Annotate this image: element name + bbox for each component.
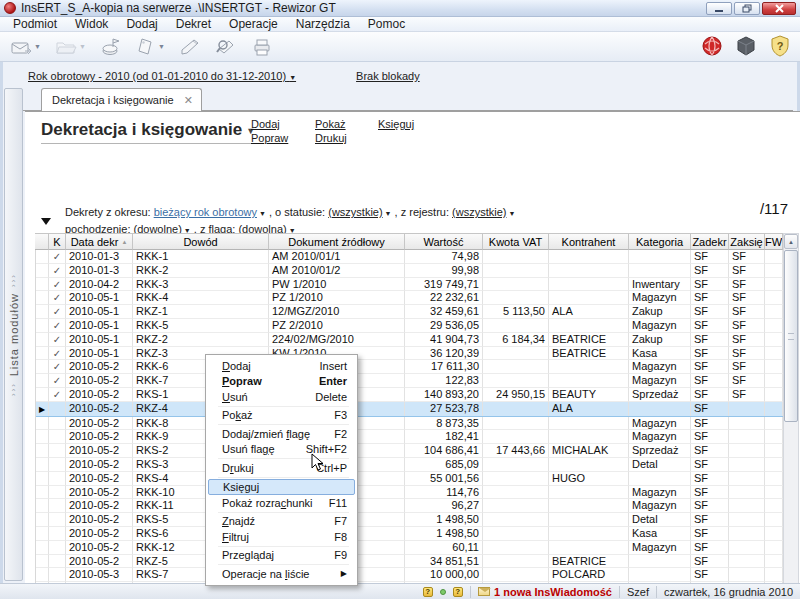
minimize-button[interactable] (706, 2, 732, 15)
filter-dropdown[interactable]: (wszystkie) (328, 206, 382, 218)
table-row[interactable]: ✓2010-05-1RKZ-3KW 1/201036 120,39BEATRIC… (36, 347, 783, 361)
column-header-FW[interactable]: FW (765, 234, 783, 250)
table-row[interactable]: ✓2010-04-2RKK-3PW 1/2010319 749,71Inwent… (36, 278, 783, 292)
tab-close-icon[interactable]: ✕ (184, 94, 193, 107)
context-menu-item-znajdź[interactable]: ZnajdźF7 (208, 514, 355, 530)
table-row[interactable]: 2010-05-2RKS-61 498,50KasaSF (36, 527, 783, 541)
chevron-down-icon[interactable]: ▼ (79, 43, 86, 50)
table-row[interactable]: ✓2010-05-2RKS-1FS 1/2010140 893,2024 950… (36, 388, 783, 402)
decree-coins-button[interactable] (96, 34, 126, 60)
messages-section[interactable]: 1 nowa InsWiadomość (470, 586, 619, 598)
table-row[interactable]: ✓2010-05-2RKK-6WZ 1/201017 611,30Magazyn… (36, 360, 783, 374)
new-message-link[interactable]: 1 nowa InsWiadomość (494, 586, 612, 598)
filter-collapse-button[interactable] (41, 218, 51, 225)
context-menu-item-dodaj-zmień-flagę[interactable]: Dodaj/zmień flagęF2 (208, 426, 355, 442)
lock-status-link[interactable]: Brak blokady (356, 70, 420, 84)
cell (729, 568, 765, 582)
table-row[interactable]: 2010-05-3RKS-710 000,00POLCARDSF (36, 568, 783, 582)
open-folder-button[interactable]: ▼ (51, 34, 90, 60)
help-icon[interactable]: ? (422, 586, 433, 597)
column-header-K[interactable]: K (49, 234, 66, 250)
context-menu-item-dodaj[interactable]: DodajInsert (208, 358, 355, 374)
context-menu-item-filtruj[interactable]: FiltrujF8 (208, 529, 355, 545)
table-row[interactable]: 2010-05-2RKK-1196,27MagazynSF (36, 499, 783, 513)
page-title[interactable]: Dekretacja i księgowanie▼ (41, 120, 269, 144)
chevron-down-icon[interactable]: ▼ (34, 43, 41, 50)
table-row[interactable]: 2010-05-2RKS-51 498,50DetalSF (36, 513, 783, 527)
action-link-księguj[interactable]: Księguj (378, 118, 414, 130)
action-link-popraw[interactable]: Popraw (251, 132, 288, 144)
context-menu-item-operacje-na-liście[interactable]: Operacje na liście▶ (208, 566, 355, 582)
table-row[interactable]: 2010-05-2RKS-3685,09DetalSF (36, 458, 783, 472)
column-header-Wartość[interactable]: Wartość (405, 234, 483, 250)
context-menu-item-pokaż[interactable]: PokażF3 (208, 408, 355, 424)
table-row[interactable]: 2010-05-2RKK-88 873,35MagazynSF (36, 417, 783, 431)
action-link-drukuj[interactable]: Drukuj (315, 132, 347, 144)
cell (765, 402, 783, 416)
search-doc-button[interactable] (211, 34, 241, 60)
context-menu-item-drukuj[interactable]: DrukujCtrl+P (208, 460, 355, 476)
sidebar-modules-collapsed[interactable]: ››› Lista modułów ››› (4, 88, 23, 581)
table-row[interactable]: ✓2010-01-3RKK-2AM 2010/01/299,98SFSF (36, 264, 783, 278)
send-mail-button[interactable]: ▼ (6, 34, 45, 60)
column-header-selector[interactable] (35, 234, 49, 250)
column-header-Kategoria[interactable]: Kategoria (629, 234, 691, 250)
action-link-dodaj[interactable]: Dodaj (251, 118, 288, 130)
table-row[interactable]: ✓2010-05-1RKK-5PZ 2/201029 536,05Magazyn… (36, 319, 783, 333)
cell: Sprzedaż (629, 444, 691, 458)
menu-item-dodaj[interactable]: Dodaj (117, 17, 166, 32)
table-row[interactable]: ✓2010-05-1RKZ-112/MGZ/201032 459,615 113… (36, 305, 783, 319)
menu-item-widok[interactable]: Widok (66, 17, 117, 32)
chevron-down-icon[interactable]: ▼ (158, 43, 165, 50)
table-row[interactable]: 2010-05-2RKK-10114,76MagazynSF (36, 486, 783, 500)
close-button[interactable] (762, 2, 796, 15)
printer-button[interactable] (247, 34, 277, 60)
column-header-Kontrahent[interactable]: Kontrahent (549, 234, 629, 250)
column-header-Dowód[interactable]: Dowód (133, 234, 269, 250)
tab-dekretacja[interactable]: Dekretacja i księgowanie ✕ (41, 88, 202, 111)
context-menu-item-przeglądaj[interactable]: PrzeglądajF9 (208, 548, 355, 564)
table-row[interactable]: 2010-05-2RKZ-534 851,51BEATRICESF (36, 555, 783, 569)
help-icon[interactable]: ? (452, 586, 463, 597)
scrollbar-thumb[interactable] (784, 250, 798, 422)
menu-item-dekret[interactable]: Dekret (167, 17, 220, 32)
context-menu-item-księguj[interactable]: Księguj (208, 479, 355, 496)
table-row[interactable]: 2010-05-2RKK-9182,41MagazynSF (36, 430, 783, 444)
context-menu-item-popraw[interactable]: PoprawEnter (208, 374, 355, 390)
column-header-Dokument źródłowy[interactable]: Dokument źródłowy (269, 234, 405, 250)
table-row[interactable]: ✓2010-05-1RKZ-2224/02/MG/201041 904,736 … (36, 333, 783, 347)
context-menu-item-pokaż-rozrachunki[interactable]: Pokaż rozrachunkiF11 (208, 495, 355, 511)
filter-dropdown[interactable]: (wszystkie) (452, 206, 506, 218)
table-row[interactable]: ✓2010-05-2RKK-7PZ 13/2010122,83MagazynSF… (36, 374, 783, 388)
action-link-pokaż[interactable]: Pokaż (315, 118, 347, 130)
cell (765, 555, 783, 569)
scroll-up-icon[interactable]: ▲ (784, 234, 798, 249)
column-header-Data dekr[interactable]: Data dekr▲ (66, 234, 133, 250)
column-header-Zadekr[interactable]: Zadekr (691, 234, 729, 250)
shield-help-button[interactable]: ? (766, 34, 794, 60)
document-tag-button[interactable]: ▼ (132, 34, 169, 60)
cell (49, 568, 66, 582)
edit-pencil-button[interactable] (175, 34, 205, 60)
context-menu-item-usuń[interactable]: UsuńDelete (208, 389, 355, 405)
fiscal-year-selector[interactable]: Rok obrotowy - 2010 (od 01-01-2010 do 31… (28, 70, 296, 84)
table-row[interactable]: 2010-05-2RKS-2104 686,4117 443,66MICHALA… (36, 444, 783, 458)
restore-button[interactable] (734, 2, 760, 15)
cube-button[interactable] (732, 34, 760, 60)
menu-item-narzędzia[interactable]: Narzędzia (287, 17, 359, 32)
vertical-scrollbar[interactable]: ▲ ▼ (783, 233, 799, 599)
context-menu-item-usuń-flagę[interactable]: Usuń flagęShift+F2 (208, 442, 355, 458)
column-header-Kwota VAT[interactable]: Kwota VAT (483, 234, 549, 250)
menu-item-pomoc[interactable]: Pomoc (359, 17, 414, 32)
filter-dropdown[interactable]: bieżący rok obrotowy (154, 206, 257, 218)
menu-item-operacje[interactable]: Operacje (220, 17, 287, 32)
table-row-selected[interactable]: ▶2010-05-2RKZ-4wypłata27 523,78ALASF (36, 401, 783, 417)
insert-globe-button[interactable] (698, 34, 726, 60)
table-row[interactable]: ✓2010-05-1RKK-4PZ 1/201022 232,61Magazyn… (36, 291, 783, 305)
cell: 2010-05-2 (66, 527, 133, 541)
table-row[interactable]: 2010-05-2RKS-455 001,56HUGOSF (36, 472, 783, 486)
table-row[interactable]: 2010-05-2RKK-1260,11MagazynSF (36, 541, 783, 555)
menu-item-podmiot[interactable]: Podmiot (4, 17, 66, 32)
column-header-Zaksię[interactable]: Zaksię (729, 234, 765, 250)
table-row[interactable]: ✓2010-01-3RKK-1AM 2010/01/174,98SFSF (36, 250, 783, 264)
